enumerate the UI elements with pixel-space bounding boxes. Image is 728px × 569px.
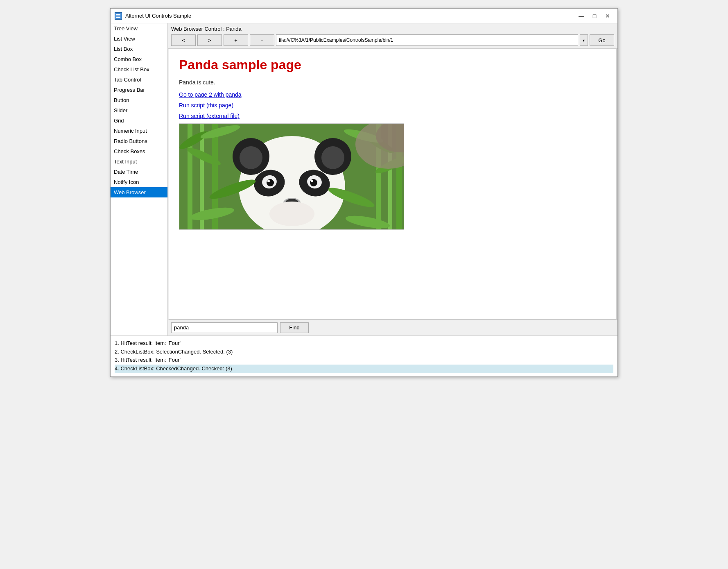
log-entry: 3. HitTest result: Item: 'Four' (115, 356, 613, 365)
browser-header: Web Browser Control : Panda < > + - ▾ Go (168, 23, 617, 49)
svg-rect-1 (116, 14, 120, 15)
svg-point-21 (240, 146, 262, 169)
log-entry: 1. HitTest result: Item: 'Four' (115, 339, 613, 348)
app-icon (115, 12, 122, 20)
close-button[interactable]: ✕ (602, 11, 613, 20)
minimize-button[interactable]: — (576, 11, 587, 20)
page-link-2[interactable]: Run script (this page) (179, 102, 606, 109)
sidebar-item-progress-bar[interactable]: Progress Bar (111, 85, 167, 95)
sidebar-item-list-box[interactable]: List Box (111, 44, 167, 54)
main-content: Tree ViewList ViewList BoxCombo BoxCheck… (111, 23, 617, 336)
browser-toolbar: < > + - ▾ Go (171, 34, 614, 46)
svg-point-22 (321, 146, 344, 169)
sidebar-item-slider[interactable]: Slider (111, 105, 167, 116)
sidebar-item-list-view[interactable]: List View (111, 34, 167, 44)
sidebar-item-tab-control[interactable]: Tab Control (111, 75, 167, 85)
svg-rect-3 (116, 17, 120, 18)
browser-find-bar: Find (168, 320, 617, 336)
sidebar-item-grid[interactable]: Grid (111, 116, 167, 126)
panda-image (179, 123, 404, 230)
sidebar-item-notify-icon[interactable]: Notify Icon (111, 177, 167, 187)
sidebar-item-web-browser[interactable]: Web Browser (111, 187, 167, 197)
sidebar-item-text-input[interactable]: Text Input (111, 156, 167, 167)
title-bar: Alternet UI Controls Sample — □ ✕ (111, 9, 617, 23)
find-button[interactable]: Find (280, 322, 309, 333)
page-link-3[interactable]: Run script (external file) (179, 113, 606, 119)
sidebar: Tree ViewList ViewList BoxCombo BoxCheck… (111, 23, 168, 336)
sidebar-item-numeric-input[interactable]: Numeric Input (111, 126, 167, 136)
svg-point-30 (311, 180, 313, 182)
svg-point-28 (310, 179, 317, 186)
title-bar-controls: — □ ✕ (576, 11, 613, 20)
window-title: Alternet UI Controls Sample (125, 13, 191, 19)
url-dropdown-arrow[interactable]: ▾ (580, 34, 588, 46)
svg-rect-2 (116, 16, 120, 16)
log-panel: 1. HitTest result: Item: 'Four'2. CheckL… (111, 336, 617, 376)
sidebar-item-tree-view[interactable]: Tree View (111, 23, 167, 34)
sidebar-item-radio-buttons[interactable]: Radio Buttons (111, 136, 167, 146)
browser-title: Web Browser Control : Panda (171, 26, 614, 32)
page-heading: Panda sample page (179, 57, 606, 73)
browser-content[interactable]: Panda sample page Panda is cute. Go to p… (169, 49, 617, 320)
url-input[interactable] (276, 34, 578, 46)
sidebar-item-combo-box[interactable]: Combo Box (111, 54, 167, 64)
nav-back-button[interactable]: < (171, 34, 196, 46)
svg-point-27 (267, 179, 274, 186)
svg-point-29 (267, 180, 270, 182)
main-window: Alternet UI Controls Sample — □ ✕ Tree V… (110, 8, 618, 377)
sidebar-item-date-time[interactable]: Date Time (111, 167, 167, 177)
page-body-text: Panda is cute. (179, 79, 606, 86)
find-input[interactable] (171, 322, 278, 333)
sidebar-item-check-boxes[interactable]: Check Boxes (111, 146, 167, 156)
svg-point-33 (269, 202, 314, 226)
sidebar-item-check-list-box[interactable]: Check List Box (111, 64, 167, 75)
nav-forward-button[interactable]: > (197, 34, 222, 46)
right-panel: Web Browser Control : Panda < > + - ▾ Go… (168, 23, 617, 336)
nav-plus-button[interactable]: + (224, 34, 248, 46)
title-bar-left: Alternet UI Controls Sample (115, 12, 191, 20)
nav-minus-button[interactable]: - (250, 34, 274, 46)
go-button[interactable]: Go (590, 34, 614, 46)
log-entry: 2. CheckListBox: SelectionChanged. Selec… (115, 348, 613, 356)
maximize-button[interactable]: □ (589, 11, 600, 20)
log-entry: 4. CheckListBox: CheckedChanged. Checked… (115, 365, 613, 373)
sidebar-item-button[interactable]: Button (111, 95, 167, 105)
page-link-1[interactable]: Go to page 2 with panda (179, 91, 606, 98)
